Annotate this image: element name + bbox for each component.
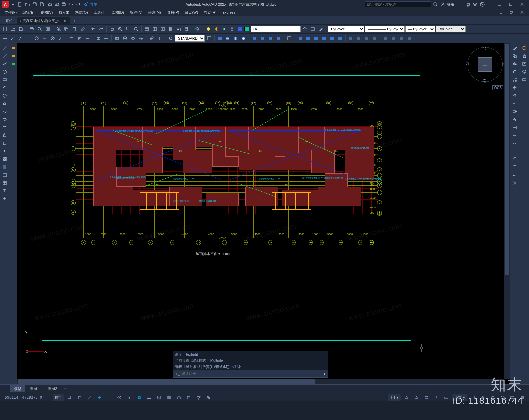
dim-continue-icon[interactable] bbox=[84, 35, 91, 42]
block-icon-1[interactable] bbox=[347, 35, 354, 42]
xref-icon-2[interactable] bbox=[390, 35, 397, 42]
linetype-select[interactable]: ————— ByLayerByLayer bbox=[365, 26, 405, 32]
block-icon-4[interactable] bbox=[371, 35, 378, 42]
array-icon[interactable] bbox=[511, 76, 518, 83]
block-icon-2[interactable] bbox=[355, 35, 362, 42]
design-center-icon[interactable] bbox=[151, 25, 158, 33]
redo-tb-icon[interactable] bbox=[98, 25, 105, 33]
offset-icon[interactable] bbox=[511, 68, 518, 75]
print-icon[interactable] bbox=[28, 25, 35, 33]
ellipse-icon[interactable] bbox=[1, 116, 8, 123]
dim-tedit-icon[interactable] bbox=[156, 35, 163, 42]
tab-layout1[interactable]: 布局1 bbox=[26, 385, 43, 392]
extend-icon[interactable] bbox=[511, 124, 518, 131]
named-view-icon[interactable] bbox=[286, 35, 293, 42]
cloud-save-icon[interactable] bbox=[54, 1, 60, 7]
break-icon[interactable] bbox=[511, 140, 518, 147]
gradient-icon[interactable] bbox=[1, 163, 8, 171]
menu-draw[interactable]: 绘图(D) bbox=[109, 9, 127, 16]
menu-tools[interactable]: 工具(T) bbox=[91, 9, 108, 16]
zoom-window-icon[interactable] bbox=[124, 25, 132, 33]
point-icon[interactable] bbox=[1, 147, 8, 155]
lock-icon[interactable] bbox=[228, 25, 236, 33]
nav-zoom-extents-icon[interactable] bbox=[521, 60, 528, 67]
open-icon[interactable] bbox=[24, 1, 30, 7]
new-tab-button[interactable]: ＋ bbox=[71, 17, 78, 24]
menu-window[interactable]: 窗口(W) bbox=[182, 9, 201, 16]
fillet-icon[interactable] bbox=[511, 163, 518, 171]
erase-icon[interactable] bbox=[511, 44, 518, 52]
cut-icon[interactable] bbox=[55, 25, 62, 33]
viewcube[interactable]: 上 北 南 西 东 bbox=[467, 46, 503, 83]
dim-linear-icon[interactable] bbox=[1, 35, 9, 42]
command-up-icon[interactable]: ▴ bbox=[324, 372, 326, 376]
redo-icon[interactable] bbox=[75, 1, 81, 7]
polar-icon[interactable] bbox=[115, 394, 123, 401]
lineweight-toggle-icon[interactable] bbox=[145, 394, 153, 401]
sun-icon[interactable] bbox=[213, 25, 220, 33]
layer-name-input[interactable] bbox=[251, 26, 301, 32]
view-icon-3[interactable] bbox=[232, 35, 239, 42]
nav-pan-icon[interactable] bbox=[521, 52, 528, 60]
dim-arc-icon[interactable] bbox=[17, 35, 24, 42]
layer-color-icon[interactable] bbox=[236, 25, 244, 33]
make-block-icon[interactable] bbox=[1, 140, 8, 147]
tab-start[interactable]: 开始 bbox=[2, 17, 16, 24]
layer-tools-icon[interactable] bbox=[301, 25, 308, 33]
xref-icon-3[interactable] bbox=[398, 35, 405, 42]
vp-icon-4[interactable] bbox=[275, 35, 282, 42]
paste-icon[interactable] bbox=[71, 25, 78, 33]
snap-toggle-icon[interactable] bbox=[76, 394, 84, 401]
search-icon[interactable] bbox=[432, 1, 438, 7]
mirror-icon[interactable] bbox=[511, 60, 518, 67]
menu-help[interactable]: 帮助(H) bbox=[201, 9, 219, 16]
login-label[interactable]: 登录 bbox=[447, 2, 454, 7]
scrollbar-horizontal[interactable] bbox=[17, 379, 504, 384]
dim-space-icon[interactable] bbox=[95, 35, 102, 42]
app-logo[interactable]: A bbox=[2, 1, 9, 8]
cloud-open-icon[interactable] bbox=[46, 1, 52, 7]
nav-showmotion-icon[interactable] bbox=[521, 76, 528, 83]
zoom-prev-icon[interactable] bbox=[132, 25, 140, 33]
layer-state-icon[interactable] bbox=[205, 25, 212, 33]
extra-icon-1[interactable] bbox=[10, 44, 17, 52]
explode-icon[interactable] bbox=[511, 179, 518, 187]
qat-dropdown-icon[interactable] bbox=[10, 1, 16, 7]
infer-toggle-icon[interactable] bbox=[86, 394, 94, 401]
dynamic-ucs-icon[interactable] bbox=[185, 394, 193, 401]
layout-menu-icon[interactable] bbox=[2, 385, 9, 393]
vp-icon-3[interactable] bbox=[267, 35, 274, 42]
open-file-icon[interactable] bbox=[9, 25, 17, 33]
undo-tb-icon[interactable] bbox=[90, 25, 97, 33]
pan-icon[interactable] bbox=[108, 25, 116, 33]
menu-dimension[interactable]: 标注(N) bbox=[127, 9, 145, 16]
grid-toggle-icon[interactable] bbox=[66, 394, 74, 401]
vp-icon-1[interactable] bbox=[251, 35, 258, 42]
maximize-button[interactable] bbox=[506, 1, 516, 8]
isodraft-icon[interactable] bbox=[125, 394, 133, 401]
menu-insert[interactable]: 插入(I) bbox=[56, 9, 72, 16]
spline-icon[interactable] bbox=[1, 108, 8, 115]
insert-block-icon[interactable] bbox=[1, 132, 8, 139]
saveas-icon[interactable] bbox=[39, 1, 45, 7]
dim-ordinate-icon[interactable] bbox=[25, 35, 32, 42]
selection-cycle-icon[interactable] bbox=[165, 394, 173, 401]
layer-prev-icon[interactable] bbox=[309, 25, 316, 33]
xref-icon-4[interactable] bbox=[406, 35, 413, 42]
sel-filter-icon[interactable] bbox=[195, 394, 203, 401]
wcs-tag[interactable]: WCS bbox=[492, 85, 503, 90]
doc-restore-button[interactable] bbox=[507, 9, 516, 16]
dim-style-select[interactable]: STANDARD bbox=[175, 35, 205, 42]
rectangle-icon[interactable] bbox=[1, 76, 8, 83]
viewcube-north[interactable]: 北 bbox=[483, 46, 486, 51]
extra-icon-3[interactable] bbox=[10, 60, 17, 67]
dim-angular-icon[interactable] bbox=[57, 35, 64, 42]
ellipse-arc-icon[interactable] bbox=[1, 124, 8, 131]
chamfer-icon[interactable] bbox=[511, 155, 518, 163]
center-mark-icon[interactable] bbox=[121, 35, 129, 42]
scale-icon[interactable] bbox=[511, 100, 518, 107]
hatch-icon[interactable] bbox=[1, 155, 8, 163]
table-icon[interactable] bbox=[1, 179, 8, 187]
drawing-canvas[interactable]: www.znzmo.com www.znzmo.com www.znzmo.co… bbox=[17, 43, 510, 384]
tab-model[interactable]: 模型 bbox=[10, 385, 25, 392]
